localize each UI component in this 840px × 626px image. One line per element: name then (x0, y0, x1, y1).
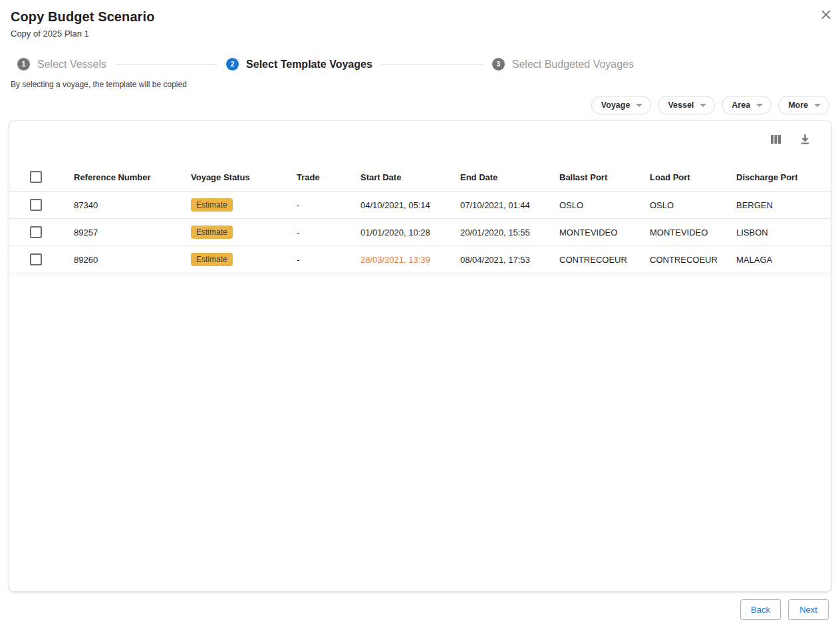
step-1-circle: 1 (17, 58, 30, 71)
back-button[interactable]: Back (740, 599, 781, 620)
status-badge: Estimate (191, 253, 233, 266)
step-3-circle: 3 (492, 58, 505, 71)
close-button[interactable] (819, 8, 833, 23)
close-icon (819, 8, 833, 21)
cell-discharge-port: LISBON (736, 228, 831, 237)
dialog-header: Copy Budget Scenario Copy of 2025 Plan 1 (0, 0, 840, 39)
chevron-down-icon (700, 104, 706, 107)
filter-vessel[interactable]: Vessel (658, 96, 715, 114)
cell-discharge-port: BERGEN (736, 200, 831, 210)
status-badge: Estimate (191, 198, 233, 212)
cell-end-date: 20/01/2020, 15:55 (460, 228, 559, 237)
chevron-down-icon (756, 104, 763, 107)
helper-text: By selecting a voyage, the template will… (0, 80, 840, 89)
cell-voyage-status: Estimate (191, 253, 297, 266)
status-badge: Estimate (191, 226, 233, 239)
cell-ballast-port: OSLO (559, 200, 650, 210)
chevron-down-icon (636, 104, 642, 107)
table-row[interactable]: 89257 Estimate - 01/01/2020, 10:28 20/01… (9, 219, 831, 246)
table-row[interactable]: 87340 Estimate - 04/10/2021, 05:14 07/10… (9, 192, 831, 219)
table-body: 87340 Estimate - 04/10/2021, 05:14 07/10… (9, 192, 831, 273)
step-2-label: Select Template Voyages (246, 59, 372, 71)
columns-button[interactable] (770, 132, 783, 146)
filter-more[interactable]: More (778, 96, 829, 114)
download-button[interactable] (799, 132, 812, 146)
col-start-date: Start Date (360, 172, 460, 182)
table-toolbar (9, 121, 831, 146)
step-connector (381, 64, 484, 65)
dialog-footer: Back Next (0, 599, 840, 620)
cell-voyage-status: Estimate (191, 226, 297, 239)
step-select-template-voyages[interactable]: 2 Select Template Voyages (226, 58, 372, 71)
filter-area[interactable]: Area (722, 96, 771, 114)
filter-voyage[interactable]: Voyage (591, 96, 652, 114)
cell-discharge-port: MALAGA (736, 255, 831, 265)
filter-voyage-label: Voyage (601, 100, 630, 110)
step-connector (115, 64, 217, 65)
voyages-table-card: Reference Number Voyage Status Trade Sta… (9, 121, 831, 591)
chevron-down-icon (814, 104, 821, 107)
filter-more-label: More (788, 100, 808, 110)
cell-trade: - (297, 200, 360, 210)
step-1-label: Select Vessels (37, 59, 106, 71)
cell-load-port: CONTRECOEUR (650, 255, 736, 265)
cell-reference-number: 87340 (74, 200, 191, 210)
step-2-circle: 2 (226, 58, 239, 71)
col-ballast-port: Ballast Port (559, 172, 650, 182)
step-select-vessels[interactable]: 1 Select Vessels (17, 58, 106, 71)
step-select-budgeted-voyages[interactable]: 3 Select Budgeted Voyages (492, 58, 634, 71)
col-end-date: End Date (460, 172, 559, 182)
dialog-subtitle: Copy of 2025 Plan 1 (11, 29, 829, 39)
cell-ballast-port: MONTEVIDEO (559, 228, 650, 237)
row-checkbox[interactable] (30, 253, 42, 265)
cell-end-date: 08/04/2021, 17:53 (460, 255, 559, 265)
cell-load-port: MONTEVIDEO (650, 228, 736, 237)
cell-start-date: 01/01/2020, 10:28 (360, 228, 460, 237)
row-checkbox[interactable] (30, 226, 42, 238)
col-discharge-port: Discharge Port (736, 172, 831, 182)
cell-end-date: 07/10/2021, 01:44 (460, 200, 559, 210)
filter-area-label: Area (732, 100, 750, 110)
columns-icon (770, 133, 782, 146)
next-button[interactable]: Next (788, 599, 829, 620)
row-checkbox[interactable] (30, 199, 42, 211)
table-header-row: Reference Number Voyage Status Trade Sta… (9, 163, 831, 192)
table-row[interactable]: 89260 Estimate - 28/03/2021, 13:39 08/04… (9, 246, 831, 273)
download-icon (799, 133, 811, 146)
stepper: 1 Select Vessels 2 Select Template Voyag… (0, 58, 840, 71)
cell-voyage-status: Estimate (191, 198, 297, 212)
filter-row: Voyage Vessel Area More (0, 96, 840, 114)
cell-load-port: OSLO (650, 200, 736, 210)
cell-ballast-port: CONTRECOEUR (559, 255, 650, 265)
col-load-port: Load Port (650, 172, 736, 182)
cell-trade: - (297, 228, 360, 237)
cell-start-date: 28/03/2021, 13:39 (360, 255, 460, 265)
cell-trade: - (297, 255, 360, 265)
filter-vessel-label: Vessel (668, 100, 694, 110)
cell-reference-number: 89260 (74, 255, 191, 265)
cell-reference-number: 89257 (74, 228, 191, 237)
col-trade: Trade (297, 172, 360, 182)
col-reference-number: Reference Number (74, 172, 191, 182)
step-3-label: Select Budgeted Voyages (512, 59, 634, 71)
select-all-checkbox[interactable] (30, 171, 42, 183)
col-voyage-status: Voyage Status (191, 172, 297, 182)
cell-start-date: 04/10/2021, 05:14 (360, 200, 460, 210)
page-title: Copy Budget Scenario (11, 9, 829, 25)
